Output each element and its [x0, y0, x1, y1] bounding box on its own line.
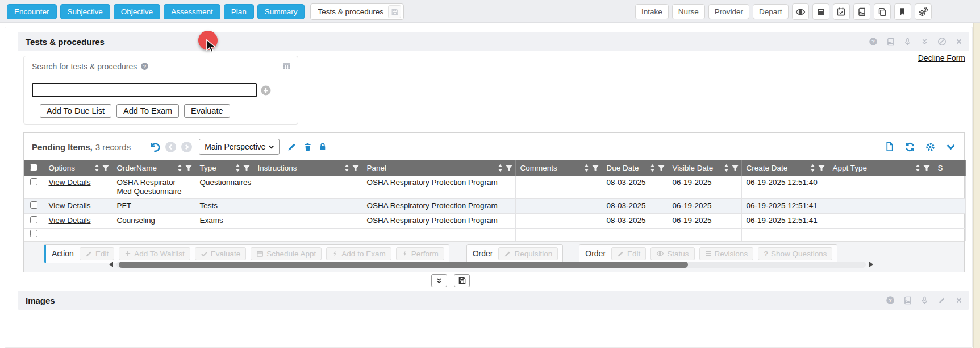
- col-create-date[interactable]: Create Date: [747, 164, 788, 172]
- sort-icon[interactable]: [915, 164, 920, 172]
- filter-icon[interactable]: [923, 165, 930, 172]
- decline-form-link[interactable]: Decline Form: [918, 53, 965, 63]
- tab-tests-procedures[interactable]: Tests & procedures: [310, 3, 404, 20]
- ban-icon[interactable]: [933, 35, 950, 48]
- prev-icon[interactable]: [165, 142, 176, 152]
- filter-icon[interactable]: [658, 165, 665, 172]
- lock-icon[interactable]: [318, 142, 327, 151]
- help-icon[interactable]: ?: [865, 35, 882, 48]
- add-to-exam-button[interactable]: Add To Exam: [116, 104, 179, 118]
- sort-icon[interactable]: [177, 164, 182, 172]
- horizontal-scrollbar[interactable]: [109, 260, 873, 268]
- filter-icon[interactable]: [102, 165, 109, 172]
- chevron-down-icon[interactable]: [945, 142, 956, 152]
- book-icon[interactable]: [899, 294, 916, 306]
- nav-summary-button[interactable]: Summary: [257, 4, 305, 19]
- close-icon[interactable]: [950, 294, 967, 306]
- revisions-button[interactable]: Revisions: [699, 247, 754, 260]
- requisition-button[interactable]: Requisition: [498, 247, 558, 260]
- col-options[interactable]: Options: [49, 164, 76, 172]
- col-appt-type[interactable]: Appt Type: [833, 164, 868, 172]
- intake-button[interactable]: Intake: [635, 4, 669, 19]
- evaluate-button[interactable]: Evaluate: [195, 247, 247, 260]
- add-icon[interactable]: [260, 85, 272, 96]
- help-icon[interactable]: ?: [882, 294, 899, 306]
- add-to-waitlist-button[interactable]: Add To Waitlist: [119, 247, 190, 260]
- scrollbar-track[interactable]: [116, 262, 866, 268]
- gear-icon[interactable]: [925, 142, 936, 152]
- col-visible-date[interactable]: Visible Date: [673, 164, 714, 172]
- sort-icon[interactable]: [94, 164, 99, 172]
- save-icon[interactable]: [388, 5, 401, 18]
- grid-view-icon[interactable]: [281, 61, 292, 71]
- status-button[interactable]: Status: [650, 247, 694, 260]
- save-icon[interactable]: [454, 274, 470, 287]
- col-type[interactable]: Type: [200, 164, 216, 172]
- provider-button[interactable]: Provider: [708, 4, 749, 19]
- archive-icon[interactable]: [812, 3, 829, 20]
- filter-icon[interactable]: [185, 165, 192, 172]
- sort-icon[interactable]: [344, 164, 349, 172]
- mic-icon[interactable]: [916, 294, 933, 306]
- col-comments[interactable]: Comments: [520, 164, 557, 172]
- scroll-right-icon[interactable]: [869, 262, 873, 267]
- mic-icon[interactable]: [899, 35, 916, 48]
- filter-icon[interactable]: [732, 165, 739, 172]
- pencil-icon[interactable]: [933, 294, 950, 306]
- perform-button[interactable]: Perform: [396, 247, 444, 260]
- sort-icon[interactable]: [235, 164, 240, 172]
- col-truncated[interactable]: S: [938, 164, 943, 172]
- book-icon[interactable]: [853, 3, 870, 20]
- sort-icon[interactable]: [724, 164, 729, 172]
- schedule-appt-button[interactable]: Schedule Appt: [251, 247, 322, 260]
- sort-icon[interactable]: [498, 164, 503, 172]
- depart-button[interactable]: Depart: [753, 4, 789, 19]
- pencil-icon[interactable]: [287, 142, 297, 152]
- table-row[interactable]: View Details OSHA Respirator Med Questio…: [24, 176, 965, 199]
- book-icon[interactable]: [882, 35, 899, 48]
- copy-icon[interactable]: [874, 3, 891, 20]
- new-row-checkbox[interactable]: [30, 230, 37, 237]
- row-checkbox[interactable]: [30, 178, 37, 185]
- col-panel[interactable]: Panel: [367, 164, 387, 172]
- col-ordername[interactable]: OrderName: [117, 164, 157, 172]
- select-all-checkbox[interactable]: [30, 164, 37, 171]
- collapse-icon[interactable]: [916, 35, 933, 48]
- sort-icon[interactable]: [584, 164, 589, 172]
- view-details-link[interactable]: View Details: [49, 216, 91, 225]
- nav-objective-button[interactable]: Objective: [114, 4, 160, 19]
- table-row[interactable]: View Details PFT Tests OSHA Respiratory …: [24, 199, 965, 214]
- edit-button[interactable]: Edit: [80, 247, 114, 260]
- nurse-button[interactable]: Nurse: [672, 4, 705, 19]
- calendar-check-icon[interactable]: [833, 3, 850, 20]
- evaluate-button[interactable]: Evaluate: [184, 104, 230, 118]
- filter-icon[interactable]: [592, 165, 599, 172]
- add-to-due-list-button[interactable]: Add To Due List: [40, 104, 111, 118]
- col-instructions[interactable]: Instructions: [258, 164, 297, 172]
- view-details-link[interactable]: View Details: [49, 201, 91, 210]
- nav-assessment-button[interactable]: Assessment: [164, 4, 220, 19]
- filter-icon[interactable]: [818, 165, 825, 172]
- refresh-icon[interactable]: [904, 142, 915, 152]
- view-details-link[interactable]: View Details: [49, 178, 91, 187]
- filter-icon[interactable]: [352, 165, 359, 172]
- bookmark-icon[interactable]: [894, 3, 911, 20]
- eye-icon[interactable]: [792, 3, 809, 20]
- trash-icon[interactable]: [303, 142, 312, 152]
- show-questions-button[interactable]: Show Questions: [758, 247, 832, 260]
- filter-icon[interactable]: [243, 165, 250, 172]
- row-checkbox[interactable]: [30, 201, 37, 209]
- perspective-select[interactable]: Main Perspective: [199, 139, 280, 155]
- order-edit-button[interactable]: Edit: [611, 247, 646, 260]
- scroll-left-icon[interactable]: [109, 262, 113, 267]
- next-icon[interactable]: [181, 142, 192, 152]
- help-icon[interactable]: ?: [140, 62, 149, 71]
- search-input[interactable]: [32, 83, 257, 97]
- sort-icon[interactable]: [810, 164, 815, 172]
- close-icon[interactable]: [950, 35, 967, 48]
- col-due-date[interactable]: Due Date: [607, 164, 639, 172]
- nav-plan-button[interactable]: Plan: [224, 4, 254, 19]
- sort-icon[interactable]: [650, 164, 655, 172]
- row-checkbox[interactable]: [30, 216, 37, 223]
- undo-icon[interactable]: [148, 141, 160, 153]
